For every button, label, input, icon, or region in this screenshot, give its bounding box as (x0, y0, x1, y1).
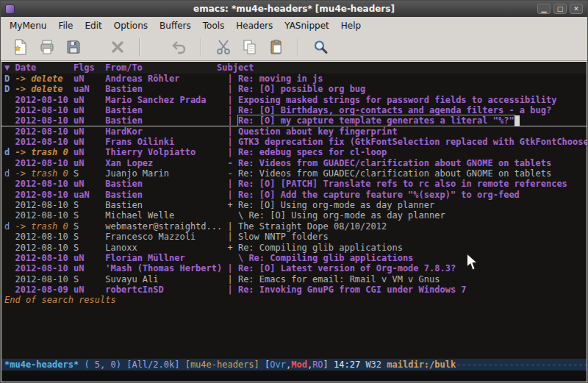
minimize-button[interactable]: ▁ (537, 4, 551, 14)
search-button[interactable] (309, 36, 331, 58)
row-subject: Re: [O] Using org-mode as day planner (248, 210, 445, 221)
title-bar[interactable]: emacs: *mu4e-headers* [mu4e-headers] ▁ □… (1, 1, 587, 17)
row-thread-separator: + (227, 243, 237, 253)
menu-edit[interactable]: Edit (79, 18, 108, 33)
row-mark (4, 232, 15, 242)
message-row[interactable]: 2012-08-10 S Suvayu Ali | Re: Emacs for … (1, 274, 587, 284)
row-from: Bastien (105, 115, 227, 126)
maximize-button[interactable]: □ (553, 4, 567, 14)
header-line[interactable]: ▼ Date Flgs From/To Subject (1, 62, 587, 74)
new-file-icon (12, 38, 29, 56)
row-date: 2012-08-10 (15, 232, 73, 242)
row-subject: Re: [O] Latest version of Org-mode 7.8.3… (238, 263, 456, 273)
save-icon (65, 38, 82, 56)
row-thread-separator: | (227, 147, 237, 157)
row-subject: Re: Videos from GUADEC/clarification abo… (238, 158, 551, 168)
row-subject: Re: [O] my capture template generates a … (238, 115, 514, 126)
menu-mymenu[interactable]: MyMenu (4, 18, 52, 33)
row-subject: Question about key fingerprint (238, 126, 398, 137)
close-buffer-button[interactable] (107, 36, 129, 58)
undo-button[interactable] (168, 36, 190, 58)
row-date: 2012-08-10 (15, 126, 73, 137)
message-row[interactable]: 2012-08-09 uN robertcInSD | Re: Invoking… (1, 284, 587, 295)
row-thread-separator: | (227, 284, 237, 295)
minibuffer[interactable] (1, 371, 587, 382)
modeline-segment-purple: RO (312, 359, 323, 370)
row-subject: Re: [O] possible org bug (238, 84, 365, 94)
message-row[interactable]: 2012-08-10 uN Bastien | Re: [O] [PATCH] … (1, 179, 587, 189)
row-subject: Re: edebug specs for cl-loop (238, 147, 387, 157)
row-flags: S (74, 200, 105, 210)
row-subject: Re: Compiling glib applications (238, 243, 403, 253)
message-row[interactable]: D -> delete uN Andreas Röhler | Re: movi… (1, 74, 587, 84)
emacs-window: emacs: *mu4e-headers* [mu4e-headers] ▁ □… (0, 0, 588, 383)
message-row[interactable]: d -> trash 0 uN Thierry Volpiatto | Re: … (1, 147, 587, 157)
menu-headers[interactable]: Headers (230, 18, 279, 33)
row-from: Frans Oilinki (105, 137, 227, 147)
paste-button[interactable] (265, 36, 287, 58)
message-row[interactable]: 2012-08-10 uN Florian Müllner \ Re: Comp… (1, 253, 587, 263)
message-row[interactable]: d -> trash 0 S Juanjo Marin - Re: Videos… (1, 168, 587, 179)
new-file-button[interactable] (10, 36, 32, 58)
message-row[interactable]: d -> trash 0 S webmaster@straightd... | … (1, 221, 587, 232)
close-button[interactable]: ✕ (570, 4, 583, 14)
save-button[interactable] (62, 36, 85, 58)
message-row[interactable]: 2012-08-10 uN HardKor | Question about k… (1, 126, 587, 137)
row-flags: uN (74, 115, 105, 126)
message-row[interactable]: 2012-08-10 uN Frans Oilinki | GTK3 depre… (1, 137, 587, 147)
window-title: emacs: *mu4e-headers* [mu4e-headers] (1, 4, 587, 14)
row-flags: uN (74, 253, 105, 263)
toolbar (1, 34, 587, 61)
message-row[interactable]: 2012-08-10 uN Bastien | Re: [O] my captu… (1, 115, 587, 126)
row-mark (4, 284, 15, 295)
message-row[interactable]: 2012-08-10 S Bastien + Re: [O] Using org… (1, 200, 587, 210)
row-flags: S (74, 221, 105, 232)
row-subject: Exposing masked strings for password fie… (238, 95, 556, 105)
row-mark: d (4, 221, 15, 232)
message-row[interactable]: 2012-08-10 uN Bastien | Re: [O] Birthday… (1, 105, 587, 115)
row-subject: Re: moving in js (238, 74, 323, 84)
row-from: Bastien (105, 84, 227, 94)
message-row[interactable]: D -> delete uaN Bastien | Re: [O] possib… (1, 84, 587, 94)
row-mark: d (4, 147, 15, 157)
copy-button[interactable] (239, 36, 261, 58)
row-mark (4, 274, 15, 284)
message-row[interactable]: 2012-08-10 uN Mario Sanchez Prada | Expo… (1, 95, 587, 105)
row-thread-separator: | (227, 190, 237, 200)
row-flags: uN (74, 74, 105, 84)
row-date: 2012-08-09 (15, 284, 73, 295)
row-from: Xan Lopez (105, 158, 227, 168)
row-subject: Re: [O] Using org-mode as day planner (238, 200, 434, 210)
row-thread-separator: | (227, 95, 237, 105)
headers-buffer[interactable]: ▼ Date Flgs From/To Subject D -> delete … (1, 61, 587, 359)
row-date: 2012-08-10 (15, 158, 73, 168)
cut-button[interactable] (212, 36, 234, 58)
modeline-segment-name: *mu4e-headers* (4, 359, 79, 370)
row-date: -> delete (15, 84, 73, 94)
menu-yasnippet[interactable]: YASnippet (279, 18, 335, 33)
message-row[interactable]: 2012-08-10 uN 'Mash (Thomas Herbert) | R… (1, 263, 587, 273)
row-mark (4, 190, 15, 200)
message-row[interactable]: 2012-08-10 S Lanoxx + Re: Compiling glib… (1, 243, 587, 253)
row-date: 2012-08-10 (15, 243, 73, 253)
message-row[interactable]: 2012-08-10 S Michael Welle \ Re: [O] Usi… (1, 210, 587, 221)
print-button[interactable] (36, 36, 58, 58)
row-from: Andreas Röhler (105, 74, 227, 84)
menu-tools[interactable]: Tools (197, 18, 231, 33)
row-thread-separator: \ (227, 210, 248, 221)
mode-line: *mu4e-headers* ( 5, 0) [All/2.0k] [mu4e-… (1, 359, 587, 371)
modeline-segment-plain: ] (323, 359, 334, 370)
row-date: 2012-08-10 (15, 200, 73, 210)
row-date: 2012-08-10 (15, 253, 73, 263)
menu-options[interactable]: Options (108, 18, 154, 33)
row-flags: S (74, 168, 105, 179)
menu-file[interactable]: File (52, 18, 79, 33)
message-row[interactable]: 2012-08-10 uaN Bastien | Re: [O] Add the… (1, 190, 587, 200)
message-row[interactable]: 2012-08-10 S Francesco Mazzoli | Slow NN… (1, 232, 587, 242)
row-thread-separator: + (227, 200, 237, 210)
message-row[interactable]: 2012-08-10 uN Xan Lopez - Re: Videos fro… (1, 158, 587, 168)
menu-help[interactable]: Help (335, 18, 367, 33)
menu-buffers[interactable]: Buffers (154, 18, 197, 33)
toolbar-separator (139, 38, 140, 56)
row-from: Bastien (105, 179, 227, 189)
